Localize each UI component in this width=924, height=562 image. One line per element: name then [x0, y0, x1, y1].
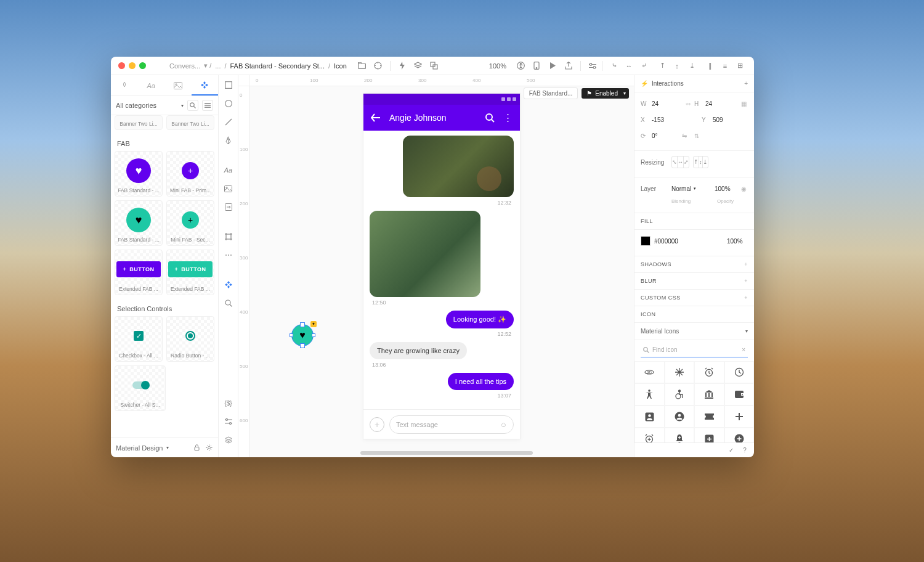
- width-input[interactable]: 24: [652, 97, 682, 110]
- lock-icon[interactable]: [192, 444, 201, 452]
- icon-accessible[interactable]: [665, 383, 695, 405]
- fill-color-swatch[interactable]: [641, 236, 650, 246]
- align-center-h-icon[interactable]: ↔: [625, 62, 633, 70]
- device-icon[interactable]: [532, 62, 541, 70]
- breadcrumb-root[interactable]: Convers...: [169, 62, 200, 70]
- breadcrumb-mid[interactable]: ...: [215, 62, 221, 70]
- help-icon[interactable]: ?: [740, 446, 749, 455]
- component-mini-fab-primary[interactable]: + Mini FAB - Prim...: [166, 151, 214, 197]
- icon-alarm[interactable]: [694, 361, 724, 383]
- export-icon[interactable]: [564, 62, 573, 70]
- rotation-input[interactable]: 0°: [652, 129, 676, 142]
- selection-handle[interactable]: [290, 333, 293, 337]
- align-right-icon[interactable]: ⤶: [639, 62, 648, 70]
- library-name[interactable]: Material Design: [116, 444, 163, 452]
- tab-components-icon[interactable]: [192, 75, 219, 96]
- canvas[interactable]: FAB Standard... ⚑ Enabled Angie Johnson …: [249, 86, 634, 457]
- grid-icon[interactable]: ▦: [739, 99, 748, 108]
- more-tool-icon[interactable]: ⋯: [224, 250, 233, 260]
- component-fab-standard-primary[interactable]: ♥ FAB Standard - ...: [115, 151, 163, 197]
- check-icon[interactable]: ✓: [727, 446, 736, 455]
- emoji-icon[interactable]: ☺: [500, 421, 507, 428]
- breadcrumb[interactable]: Convers... ▾ / ... / FAB Standard - Seco…: [169, 62, 347, 70]
- lightning-icon[interactable]: [398, 62, 407, 70]
- component-banner-1[interactable]: Banner Two Li...: [115, 115, 163, 130]
- icon-search-input[interactable]: Find icon ×: [641, 343, 748, 357]
- received-image-2[interactable]: [370, 211, 480, 297]
- accessibility-icon[interactable]: [516, 62, 525, 70]
- add-blur-icon[interactable]: +: [744, 278, 748, 284]
- icon-account-balance[interactable]: [694, 383, 724, 405]
- fill-hex-input[interactable]: #000000: [654, 235, 723, 247]
- play-icon[interactable]: [548, 62, 557, 70]
- shadows-header[interactable]: SHADOWS+: [634, 256, 754, 273]
- breadcrumb-leaf[interactable]: Icon: [334, 62, 347, 70]
- artboard-name[interactable]: FAB Standard...: [524, 88, 578, 99]
- clear-icon[interactable]: ×: [742, 346, 745, 353]
- icon-account-box[interactable]: [634, 405, 665, 428]
- hotspot-tool-icon[interactable]: [224, 202, 233, 212]
- add-attachment-icon[interactable]: +: [370, 417, 384, 432]
- component-tool-icon[interactable]: [224, 280, 233, 290]
- breadcrumb-page[interactable]: FAB Standard - Secondary St...: [230, 62, 325, 70]
- search-tool-icon[interactable]: [224, 298, 233, 308]
- rectangle-tool-icon[interactable]: [224, 80, 233, 90]
- icon-ac-unit[interactable]: [665, 361, 695, 383]
- icon-add-alert[interactable]: [665, 428, 695, 442]
- back-arrow-icon[interactable]: [371, 113, 381, 122]
- add-shadow-icon[interactable]: +: [744, 261, 748, 267]
- align-left-icon[interactable]: ⤷: [610, 62, 618, 70]
- pen-tool-icon[interactable]: [224, 136, 233, 145]
- tab-images-icon[interactable]: [164, 75, 192, 96]
- category-select[interactable]: All categories ▾: [116, 102, 184, 109]
- overlap-icon[interactable]: [430, 62, 439, 70]
- target-icon[interactable]: [374, 62, 383, 70]
- text-tool-icon[interactable]: Aa: [224, 165, 233, 175]
- folder-icon[interactable]: [358, 62, 367, 70]
- icon-library-select[interactable]: Material Icons ▾: [641, 328, 748, 335]
- component-mini-fab-secondary[interactable]: + Mini FAB - Sec...: [166, 200, 214, 246]
- minimize-window-icon[interactable]: [129, 62, 136, 69]
- align-center-v-icon[interactable]: ↕: [673, 62, 681, 70]
- component-extended-fab-secondary[interactable]: +BUTTON Extended FAB ...: [166, 250, 214, 295]
- icon-add-alarm[interactable]: [634, 428, 665, 442]
- sent-image-1[interactable]: [403, 136, 514, 197]
- frame-tool-icon[interactable]: [224, 232, 233, 242]
- x-input[interactable]: -153: [652, 113, 687, 126]
- align-bottom-icon[interactable]: ⤓: [687, 62, 696, 70]
- icon-account-wallet[interactable]: [724, 383, 755, 405]
- stack-tool-icon[interactable]: [224, 435, 233, 445]
- component-banner-2[interactable]: Banner Two Li...: [166, 115, 214, 130]
- opacity-input[interactable]: 100%: [715, 182, 736, 195]
- add-css-icon[interactable]: +: [744, 295, 748, 301]
- component-radio[interactable]: Radio Button - ...: [166, 316, 214, 362]
- visibility-icon[interactable]: ◉: [739, 184, 748, 193]
- custom-css-header[interactable]: CUSTOM CSS+: [634, 290, 754, 306]
- component-fab-standard-secondary[interactable]: ♥ FAB Standard - ...: [115, 200, 163, 246]
- link-dimensions-icon[interactable]: ⇿: [686, 100, 691, 107]
- icon-add[interactable]: [724, 405, 755, 428]
- phone-artboard[interactable]: Angie Johnson ⋮ 12:32 12:50 Looking good…: [363, 94, 520, 439]
- ellipse-tool-icon[interactable]: [224, 99, 233, 108]
- fill-opacity-input[interactable]: 100%: [727, 235, 748, 247]
- icon-3d-rotation[interactable]: 3D: [634, 361, 665, 383]
- adjust-tool-icon[interactable]: [224, 417, 233, 426]
- list-view-icon[interactable]: [202, 100, 213, 111]
- horizontal-scrollbar[interactable]: [360, 451, 533, 455]
- blur-header[interactable]: BLUR+: [634, 273, 754, 290]
- component-switch[interactable]: Switcher - All S...: [115, 365, 166, 411]
- message-input[interactable]: Text message ☺: [389, 415, 514, 434]
- icon-ticket[interactable]: [694, 405, 724, 428]
- layers-icon[interactable]: [414, 62, 423, 70]
- icon-add-box[interactable]: [694, 428, 724, 442]
- resizing-h-group[interactable]: ⤡↔⤢: [671, 156, 689, 168]
- image-tool-icon[interactable]: [224, 184, 233, 193]
- state-selector[interactable]: ⚑ Enabled: [582, 88, 629, 99]
- more-vert-icon[interactable]: ⋮: [503, 112, 513, 123]
- hamburger-menu-icon[interactable]: [156, 62, 164, 70]
- tab-layers-icon[interactable]: [111, 75, 138, 96]
- sent-message[interactable]: I need all the tips: [448, 373, 514, 390]
- icon-access-time[interactable]: [724, 361, 755, 383]
- component-checkbox[interactable]: ✓ Checkbox - All ...: [115, 316, 163, 362]
- settings-toggle-icon[interactable]: [588, 62, 597, 70]
